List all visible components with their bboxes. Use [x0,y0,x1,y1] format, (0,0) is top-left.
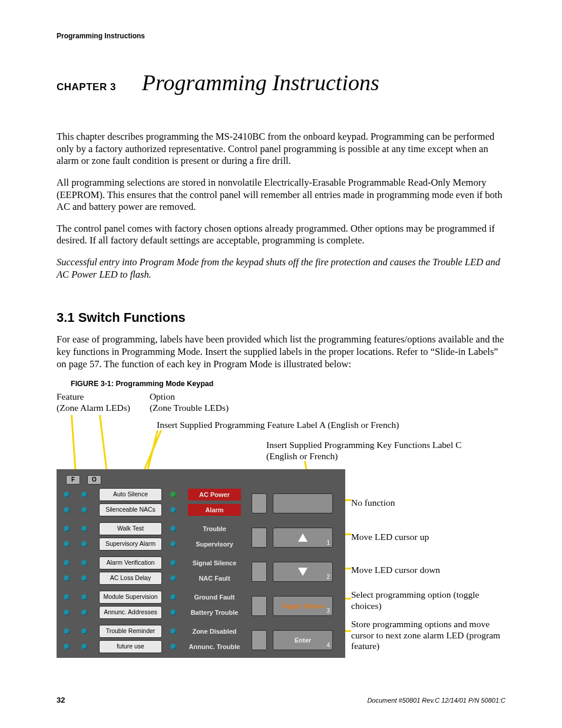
page-number: 32 [57,696,65,704]
figure-title: Programming Mode Keypad [115,380,213,388]
rc-nofunction: No function [351,498,395,509]
key-up[interactable]: 1 [273,528,333,548]
slot-1 [252,493,267,513]
status-5: Signal Silence [188,557,241,569]
slot-4 [252,596,267,616]
chip-o: O [87,475,101,485]
led-o9 [81,628,87,634]
section-heading-3-1: 3.1 Switch Functions [57,310,505,325]
led-s10 [170,644,176,650]
callout-option-l1: Option [150,391,256,403]
status-column: AC Power Alarm Trouble Supervisory Signa… [170,488,247,653]
callout-feature-l1: Feature [57,391,145,403]
led-o1 [81,492,87,498]
led-o8 [81,610,87,615]
intro-para-2: All programming selections are stored in… [57,177,505,213]
led-o6 [81,575,87,581]
plate-5: Alarm Verification [99,556,162,569]
intro-note: Successful entry into Program Mode from … [57,256,505,281]
page: Programming Instructions CHAPTER 3 Progr… [0,0,562,728]
key-toggle-label: Toggle Option [281,603,325,610]
led-o3 [81,526,87,532]
led-f5 [64,560,70,566]
led-s5 [170,560,176,566]
callout-feature-l2: (Zone Alarm LEDs) [57,403,145,414]
led-s2 [170,507,176,513]
led-f4 [64,541,70,547]
callout-feature: Feature (Zone Alarm LEDs) [57,391,145,413]
callout-insert-c-l2: (English or French) [266,451,502,462]
callout-option-l2: (Zone Trouble LEDs) [150,403,256,414]
footer-meta: Document #50801 Rev.C 12/14/01 P/N 50801… [367,697,505,704]
rc-enter: Store programming options and move curso… [351,619,504,652]
led-f8 [64,610,70,615]
status-1: AC Power [188,489,241,500]
plate-3: Walk Test [99,522,162,535]
led-f6 [64,575,70,581]
led-f1 [64,492,70,498]
led-s4 [170,541,176,547]
led-o5 [81,560,87,566]
led-s6 [170,575,176,581]
chapter-label: CHAPTER 3 [57,81,116,93]
plate-9: Trouble Reminder [99,625,162,638]
plate-2: Silenceable NACs [99,503,162,516]
callout-insert-c-l1: Insert Supplied Programming Key Function… [266,440,502,451]
slot-3 [252,562,267,582]
key-down[interactable]: 2 [273,562,333,582]
callout-insert-c: Insert Supplied Programming Key Function… [266,440,502,462]
status-6: NAC Fault [188,572,241,584]
led-s8 [170,610,176,615]
status-3: Trouble [188,523,241,535]
led-s3 [170,526,176,532]
status-9: Zone Disabled [188,625,241,637]
key-enter-label: Enter [295,637,311,644]
led-s7 [170,594,176,600]
led-f2 [64,507,70,513]
rc-up: Move LED cursor up [351,532,429,543]
status-7: Ground Fault [188,591,241,603]
led-f9 [64,628,70,634]
led-f10 [64,644,70,650]
status-8: Battery Trouble [188,607,241,618]
plate-10: future use [99,640,162,653]
rc-down: Move LED cursor down [351,565,440,576]
running-head: Programming Instructions [57,32,505,40]
callout-option: Option (Zone Trouble LEDs) [150,391,256,413]
status-10: Annunc. Trouble [188,641,241,653]
rc-toggle: Select programming option (toggle choice… [351,589,504,611]
keys-column: 1 2 Toggle Option3 Enter4 [249,488,333,653]
slot-5 [252,630,267,650]
key-toggle[interactable]: Toggle Option3 [273,596,333,616]
led-s1 [170,492,176,498]
arrow-down-icon [298,568,308,576]
led-o2 [81,507,87,513]
led-o4 [81,541,87,547]
fo-row: F O [64,475,340,485]
led-f7 [64,594,70,600]
feature-column: Auto Silence Silenceable NACs Walk Test … [64,488,168,653]
led-o7 [81,594,87,600]
key-enter[interactable]: Enter4 [273,630,333,650]
intro-para-3: The control panel comes with factory cho… [57,223,505,247]
footer: 32 Document #50801 Rev.C 12/14/01 P/N 50… [57,696,505,704]
section-para: For ease of programming, labels have bee… [57,334,505,370]
led-f3 [64,526,70,532]
key-blank[interactable] [273,493,333,513]
led-o10 [81,644,87,650]
slot-2 [252,528,267,548]
arrow-up-icon [298,533,308,542]
led-s9 [170,628,176,634]
plate-8: Annunc. Addresses [99,606,162,619]
callout-insert-a: Insert Supplied Programming Feature Labe… [157,420,487,431]
plate-1: Auto Silence [99,488,162,501]
figure-caption: FIGURE 3-1: Programming Mode Keypad [71,380,505,388]
plate-6: AC Loss Delay [99,572,162,585]
status-2: Alarm [188,504,241,516]
plate-4: Supervisory Alarm [99,538,162,551]
figure-label: FIGURE 3-1: [71,380,114,388]
chapter-heading: CHAPTER 3 Programming Instructions [57,70,505,95]
chip-f: F [66,475,80,485]
status-4: Supervisory [188,538,241,550]
plate-7: Module Supervision [99,591,162,604]
